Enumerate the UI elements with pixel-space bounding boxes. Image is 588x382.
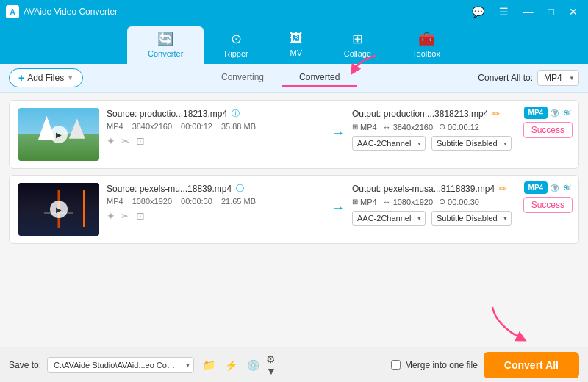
ripper-icon: ⊙ [231, 31, 242, 47]
merge-checkbox-wrapper[interactable]: Merge into one file [391, 360, 478, 370]
output-label-1: Output: production ...3818213.mp4 [352, 109, 488, 119]
tab-mv[interactable]: 🖼 MV [269, 26, 323, 64]
convert-all-button[interactable]: Convert All [484, 352, 579, 378]
play-button-2[interactable]: ▶ [50, 201, 68, 218]
resolution-in-1: 3840x2160 [132, 122, 172, 131]
subtitle-select-wrapper-2[interactable]: Subtitle Disabled [431, 211, 512, 226]
thumbnail-1[interactable]: ▶ [18, 108, 99, 161]
chat-icon[interactable]: 💬 [467, 4, 489, 19]
merge-label: Merge into one file [405, 360, 478, 370]
thumbnail-2[interactable]: ▶ [18, 183, 99, 236]
resolution-out-1: ↔ 3840x2160 [383, 123, 433, 131]
add-files-dropdown-icon[interactable]: ▼ [67, 74, 74, 82]
sparkle-icon-2[interactable]: ✦ [107, 210, 115, 222]
save-path-wrapper[interactable]: C:\AVAide Studio\AVAid...eo Converter\Co… [47, 357, 194, 373]
menu-icon[interactable]: ☰ [495, 4, 513, 19]
bottom-icons: 📁 ⚡ 💿 ⚙ ▼ [200, 356, 284, 374]
play-button-1[interactable]: ▶ [50, 126, 68, 143]
folder-icon[interactable]: 📁 [200, 356, 218, 374]
size-in-1: 35.88 MB [221, 122, 256, 131]
file-item-2: ▶ Source: pexels-mu...18839.mp4 ⓘ MP4 10… [9, 175, 579, 244]
expand-icon-1[interactable]: ▼ [551, 107, 560, 118]
nav-tabs: 🔄 Converter ⊙ Ripper 🖼 MV ⊞ Collage 🧰 To… [0, 24, 588, 64]
tab-toolbox[interactable]: 🧰 Toolbox [392, 26, 461, 64]
convert-all-to: Convert All to: MP4 MKV AVI [478, 70, 579, 86]
scissors-icon-1[interactable]: ✂ [121, 135, 130, 147]
sub-tab-converted[interactable]: Converted [282, 69, 357, 87]
scissors-icon-2[interactable]: ✂ [121, 210, 130, 222]
sparkle-icon-1[interactable]: ✦ [107, 135, 115, 147]
source-info-icon-1[interactable]: ⓘ [232, 108, 240, 119]
collage-icon: ⊞ [352, 31, 363, 47]
crop-icon-2[interactable]: ⊡ [136, 210, 145, 222]
convert-to-select[interactable]: MP4 MKV AVI [537, 70, 579, 86]
subtitle-select-wrapper-1[interactable]: Subtitle Disabled [431, 136, 512, 151]
sub-tabs: Converting Converted [89, 69, 472, 87]
file-meta-2: MP4 1080x1920 00:00:30 21.65 MB [107, 197, 324, 206]
audio-select-2[interactable]: AAC-2Channel [352, 211, 426, 226]
add-files-label: Add Files [27, 73, 64, 83]
app-logo: A [6, 5, 19, 18]
title-bar: A AVAide Video Converter 💬 ☰ — □ ✕ [0, 0, 588, 24]
resolution-out-2: ↔ 1080x1920 [383, 198, 433, 206]
right-controls-1: MP4 ▼ ✕ Success [523, 107, 573, 138]
toolbox-icon: 🧰 [418, 31, 434, 47]
file-actions-2: ✦ ✂ ⊡ [107, 210, 324, 222]
maximize-button[interactable]: □ [544, 4, 559, 19]
success-badge-2: Success [523, 197, 573, 213]
audio-select-wrapper-1[interactable]: AAC-2Channel [352, 136, 426, 151]
file-source-2: Source: pexels-mu...18839.mp4 ⓘ [107, 183, 324, 194]
tab-collage-label: Collage [344, 49, 371, 58]
arrow-separator-2: → [331, 183, 345, 216]
add-files-button[interactable]: + Add Files ▼ [9, 68, 83, 87]
source-info-icon-2[interactable]: ⓘ [236, 183, 244, 194]
remove-icon-1[interactable]: ✕ [564, 107, 573, 118]
sub-tab-converting[interactable]: Converting [204, 69, 282, 87]
size-in-2: 21.65 MB [221, 197, 256, 206]
file-info-2: Source: pexels-mu...18839.mp4 ⓘ MP4 1080… [107, 183, 324, 222]
expand-icon-2[interactable]: ▼ [551, 182, 560, 193]
audio-select-wrapper-2[interactable]: AAC-2Channel [352, 211, 426, 226]
file-item-2-row: ▶ Source: pexels-mu...18839.mp4 ⓘ MP4 10… [18, 183, 570, 236]
file-item-1-row: ▶ Source: productio...18213.mp4 ⓘ MP4 38… [18, 108, 570, 161]
minimize-button[interactable]: — [519, 4, 538, 19]
audio-select-1[interactable]: AAC-2Channel [352, 136, 426, 151]
tab-converter[interactable]: 🔄 Converter [127, 26, 204, 64]
add-plus-icon: + [18, 72, 24, 84]
duration-in-2: 00:00:30 [181, 197, 212, 206]
output-selects-1: AAC-2Channel Subtitle Disabled [352, 136, 570, 151]
mv-icon: 🖼 [290, 31, 303, 46]
tab-ripper-label: Ripper [224, 49, 248, 58]
subtitle-select-2[interactable]: Subtitle Disabled [431, 211, 512, 226]
format-1: MP4 [107, 122, 123, 131]
usb-icon[interactable]: ⚡ [222, 356, 240, 374]
close-button[interactable]: ✕ [564, 4, 582, 19]
title-bar-right: 💬 ☰ — □ ✕ [467, 4, 582, 19]
format-badge-right-1[interactable]: MP4 [524, 107, 548, 119]
tab-ripper[interactable]: ⊙ Ripper [204, 26, 268, 64]
dvd-icon[interactable]: 💿 [244, 356, 262, 374]
edit-icon-1[interactable]: ✏ [492, 109, 500, 119]
source-label-1: Source: productio...18213.mp4 [107, 109, 227, 119]
merge-checkbox[interactable] [391, 360, 401, 370]
tab-collage[interactable]: ⊞ Collage [323, 26, 392, 64]
success-badge-1: Success [523, 122, 573, 138]
top-right-2: MP4 ▼ ✕ [524, 181, 573, 194]
sub-header: + Add Files ▼ Converting Converted Conve… [0, 64, 588, 93]
save-path-select[interactable]: C:\AVAide Studio\AVAid...eo Converter\Co… [47, 357, 194, 373]
format-badge-1: ⊞ MP4 [352, 123, 377, 131]
app-title: AVAide Video Converter [24, 7, 118, 17]
format-badge-right-2[interactable]: MP4 [524, 181, 548, 194]
subtitle-select-1[interactable]: Subtitle Disabled [431, 136, 512, 151]
tab-mv-label: MV [290, 48, 302, 57]
remove-icon-2[interactable]: ✕ [564, 182, 573, 193]
crop-icon-1[interactable]: ⊡ [136, 135, 145, 147]
arrow-separator-1: → [331, 108, 345, 141]
settings-icon[interactable]: ⚙ ▼ [266, 356, 284, 374]
right-controls-2: MP4 ▼ ✕ Success [523, 181, 573, 213]
save-to-label: Save to: [9, 360, 41, 370]
edit-icon-2[interactable]: ✏ [499, 184, 506, 194]
duration-out-1: ⊙ 00:00:12 [439, 122, 479, 131]
duration-in-1: 00:00:12 [181, 122, 212, 131]
convert-to-select-wrapper[interactable]: MP4 MKV AVI [537, 70, 579, 86]
